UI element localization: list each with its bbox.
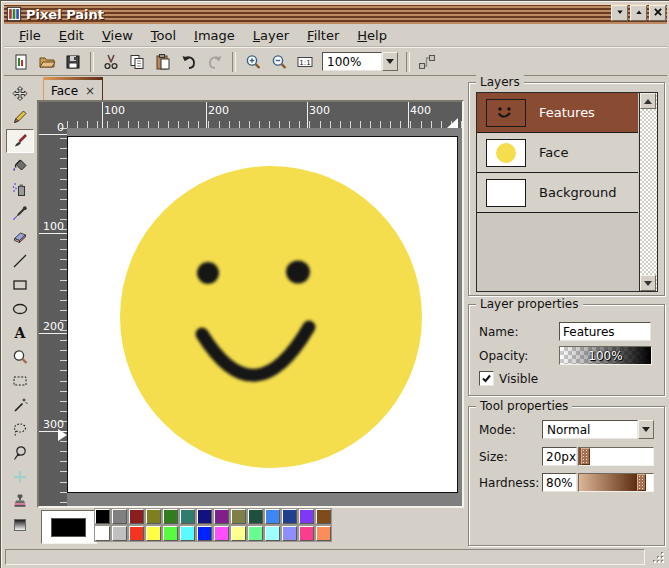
size-slider-handle[interactable] [581,448,590,465]
tab-close-icon[interactable]: × [85,84,95,98]
zoom-out-button[interactable] [266,50,292,74]
opacity-slider[interactable]: 100% [559,346,652,365]
scroll-up-button[interactable] [640,93,656,109]
color-swatch[interactable] [163,509,178,524]
layer-row-features[interactable]: Features [477,93,638,133]
color-swatch[interactable] [282,526,297,541]
close-button[interactable] [649,5,666,21]
color-swatch[interactable] [180,509,195,524]
tab-face[interactable]: Face × [43,77,103,102]
redo-button[interactable] [202,50,228,74]
color-swatch[interactable] [265,509,280,524]
tool-move[interactable] [6,81,34,105]
color-swatch[interactable] [231,526,246,541]
scroll-down-button[interactable] [640,275,656,291]
color-swatch[interactable] [197,526,212,541]
undo-button[interactable] [176,50,202,74]
drawing-surface[interactable] [67,136,458,493]
menu-image[interactable]: Image [185,26,244,45]
color-swatch[interactable] [112,526,127,541]
zoom-level-combobox[interactable]: 100% [322,52,398,71]
node-editor-button[interactable] [414,50,440,74]
color-swatch[interactable] [197,509,212,524]
svg-text:1:1: 1:1 [299,58,310,66]
new-button[interactable] [8,50,34,74]
menu-filter[interactable]: Filter [298,26,348,45]
tool-magic-wand[interactable] [6,393,34,417]
hardness-slider-handle[interactable] [637,474,646,491]
save-button[interactable] [60,50,86,74]
size-input[interactable]: 20px [542,447,577,466]
color-swatch[interactable] [112,509,127,524]
color-swatch[interactable] [95,526,110,541]
hardness-input[interactable]: 80% [542,473,577,492]
resize-grip[interactable] [651,550,665,564]
visible-checkbox[interactable] [479,371,494,386]
tool-lasso[interactable] [6,417,34,441]
tool-paintbrush[interactable] [6,129,34,153]
maximize-button[interactable] [630,5,647,21]
mode-dropdown-arrow[interactable] [638,420,654,439]
title-bar[interactable]: Pixel Paint [4,4,667,24]
tool-eraser[interactable] [6,225,34,249]
toolbar: 1:1 100% [4,47,667,76]
tool-fill[interactable] [6,153,34,177]
tool-magnifier[interactable] [6,345,34,369]
layer-row-background[interactable]: Background [477,173,638,213]
menu-help[interactable]: Help [348,26,396,45]
tool-rect-select[interactable] [6,369,34,393]
menu-file[interactable]: File [10,26,50,45]
mode-select[interactable]: Normal [542,420,654,439]
color-swatch[interactable] [282,509,297,524]
actual-size-button[interactable]: 1:1 [292,50,318,74]
cut-button[interactable] [98,50,124,74]
color-swatch[interactable] [299,509,314,524]
color-swatch[interactable] [146,526,161,541]
color-swatch[interactable] [316,526,331,541]
color-swatch[interactable] [95,509,110,524]
color-swatch[interactable] [129,509,144,524]
color-swatch[interactable] [214,509,229,524]
layer-row-face[interactable]: Face [477,133,638,173]
color-swatch[interactable] [129,526,144,541]
zoom-in-button[interactable] [240,50,266,74]
menu-layer[interactable]: Layer [244,26,298,45]
current-color-display[interactable] [41,510,97,544]
color-swatch[interactable] [299,526,314,541]
tool-polygon-select[interactable] [6,441,34,465]
color-swatch[interactable] [316,509,331,524]
copy-button[interactable] [124,50,150,74]
menu-tool[interactable]: Tool [142,26,185,45]
color-swatch[interactable] [248,526,263,541]
menu-edit[interactable]: Edit [50,26,93,45]
color-swatch[interactable] [214,526,229,541]
menu-view[interactable]: View [93,26,142,45]
tool-line[interactable] [6,249,34,273]
tool-gradient[interactable] [6,513,34,537]
color-swatch[interactable] [180,526,195,541]
color-swatch[interactable] [163,526,178,541]
tool-airbrush[interactable] [6,177,34,201]
tool-eyedropper[interactable] [6,201,34,225]
tool-text[interactable]: A [6,321,34,345]
layers-scrollbar[interactable] [639,93,657,291]
layer-name-input[interactable]: Features [559,322,651,341]
paste-button[interactable] [150,50,176,74]
size-slider[interactable] [578,447,654,466]
tool-pencil[interactable] [6,105,34,129]
zoom-dropdown-arrow[interactable] [382,52,398,71]
color-swatch[interactable] [265,526,280,541]
tool-stamp[interactable] [6,489,34,513]
tool-rectangle[interactable] [6,273,34,297]
minimize-button[interactable] [611,5,628,21]
open-button[interactable] [34,50,60,74]
layers-panel: Layers FeaturesFaceBackground [468,82,665,296]
tool-ellipse[interactable] [6,297,34,321]
hardness-slider[interactable] [578,473,654,492]
color-swatch[interactable] [146,509,161,524]
color-swatch[interactable] [231,509,246,524]
color-swatch[interactable] [248,509,263,524]
tool-crosshair[interactable] [6,465,34,489]
toolbar-main-group: 1:1 [8,50,318,74]
opacity-label: Opacity: [479,349,528,363]
